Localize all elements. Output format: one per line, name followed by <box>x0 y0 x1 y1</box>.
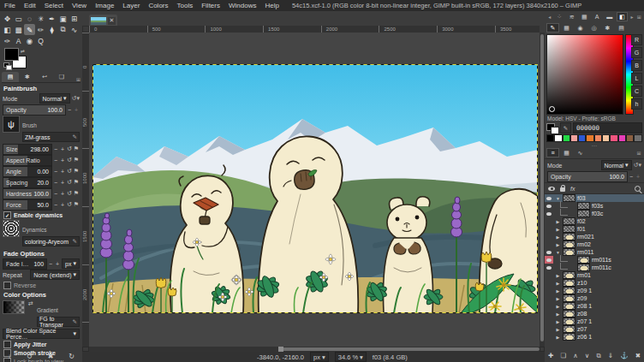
gradient-thumbnail[interactable] <box>3 300 25 314</box>
decrement-button[interactable]: − <box>52 191 59 197</box>
enable-dynamics-checkbox[interactable]: ✓ <box>3 211 11 219</box>
color-swatch[interactable] <box>602 134 610 142</box>
color-swatch[interactable] <box>554 134 562 142</box>
menu-view[interactable]: View <box>68 2 91 9</box>
dynamics-selector[interactable]: Dynamics coloring-Aryeom ✎ <box>3 220 80 246</box>
visibility-column-eye-icon[interactable] <box>548 187 555 191</box>
dock-tab-tool-options[interactable]: ▤ <box>2 72 19 82</box>
decrement-button[interactable]: − <box>52 169 59 175</box>
increment-button[interactable]: + <box>59 202 66 208</box>
zoom-select[interactable]: 34.6 % ▾ <box>335 352 367 362</box>
dock-menu-icon[interactable]: ⊞ <box>635 150 642 156</box>
preset-button-reset-tool-options[interactable]: ↻ <box>69 353 75 360</box>
decrement-button[interactable]: − <box>52 157 59 163</box>
layer-name[interactable]: z08 1 <box>577 303 592 309</box>
tool-option-slider-angle[interactable]: Angle 0.00 <box>3 166 52 177</box>
canvas-viewport[interactable] <box>89 33 540 347</box>
edit-gradient-icon[interactable]: ✎ <box>73 318 77 325</box>
layer-row-f01[interactable]: ▶f01 <box>545 225 644 233</box>
preset-button-restore-tool-preset[interactable]: ↺ <box>27 353 33 360</box>
color-selector-tab-scales[interactable]: ▤ <box>615 23 628 33</box>
channel-button-g[interactable]: G <box>631 47 642 58</box>
canvas-image-wrap[interactable] <box>92 64 538 313</box>
layer-name[interactable]: z10 <box>577 280 587 286</box>
layer-button-anchor-layer[interactable]: ⚓ <box>620 352 628 360</box>
color-swatch[interactable] <box>570 134 578 142</box>
layer-visibility-toggle[interactable] <box>545 194 553 202</box>
reverse-checkbox[interactable] <box>3 282 11 289</box>
layer-row-rm01[interactable]: ▶rm01 <box>545 271 644 279</box>
hsv-square[interactable] <box>546 34 623 115</box>
expander-collapsed-icon[interactable]: ▶ <box>555 327 561 332</box>
color-selector-tab-palette[interactable]: ✱ <box>601 23 614 33</box>
dock-tab-palettes[interactable]: ◧ <box>617 12 629 21</box>
menu-windows[interactable]: Windows <box>224 2 260 9</box>
close-icon[interactable]: ✕ <box>108 17 116 25</box>
bookmark-icon[interactable]: ⚑ <box>73 157 80 163</box>
horizontal-scrollbar-thumb[interactable] <box>278 347 540 351</box>
color-swatch[interactable] <box>626 134 634 142</box>
checkbox[interactable] <box>3 341 11 348</box>
edit-brush-icon[interactable]: ✎ <box>73 134 77 140</box>
tool-ink[interactable]: ✑ <box>2 35 13 46</box>
fade-increment-button[interactable]: + <box>54 261 61 267</box>
fg-bg-color-area[interactable]: ⇄ <box>3 48 38 70</box>
tool-paintbrush[interactable]: ✎ <box>24 24 35 35</box>
foreground-color-swatch[interactable] <box>4 48 19 61</box>
dock-tab-fonts[interactable]: A <box>591 12 603 21</box>
tool-smudge[interactable]: ∿ <box>69 24 80 35</box>
layer-visibility-toggle[interactable] <box>545 302 553 310</box>
tool-airbrush[interactable]: ⧫ <box>46 24 57 35</box>
dock-tab-patterns[interactable]: ▦ <box>579 12 591 21</box>
tool-pencil[interactable]: ✏ <box>35 24 46 35</box>
fade-decrement-button[interactable]: − <box>47 261 54 267</box>
reset-icon[interactable]: ↺ <box>66 145 73 152</box>
expander-collapsed-icon[interactable]: ▶ <box>555 242 561 247</box>
tool-crop[interactable]: ▣ <box>57 13 69 24</box>
mini-fg-bg-swatch[interactable] <box>546 123 558 134</box>
layer-button-new-layer[interactable]: ✚ <box>548 352 553 360</box>
opacity-decrement-button[interactable]: − <box>66 107 73 113</box>
layer-row-f02[interactable]: ▶f02 <box>545 217 644 225</box>
layer-visibility-toggle[interactable] <box>545 264 553 271</box>
tool-transform[interactable]: ⊞ <box>69 13 80 24</box>
expander-collapsed-icon[interactable]: ▶ <box>555 335 561 340</box>
brush-thumbnail[interactable]: ψ <box>3 116 20 133</box>
enable-dynamics-row[interactable]: ✓ Enable dynamics <box>3 211 79 219</box>
lock-column-lock-icon[interactable] <box>560 187 565 192</box>
increment-button[interactable]: + <box>59 191 66 197</box>
dock-tab-undo-history[interactable]: ↩ <box>36 72 53 82</box>
dock-tab-menu-icon[interactable]: ⊞ <box>76 76 80 82</box>
reset-icon[interactable]: ↺ <box>66 190 73 197</box>
expander-collapsed-icon[interactable]: ▶ <box>555 319 561 324</box>
dock-tab-dynamics[interactable]: ≋ <box>566 12 578 21</box>
layer-name[interactable]: z07 <box>577 326 587 332</box>
channel-button-c[interactable]: C <box>631 86 642 97</box>
reset-icon[interactable]: ↺ <box>66 179 73 186</box>
opacity-slider[interactable]: Opacity 100.0 <box>3 104 66 116</box>
layer-row-z07-1[interactable]: ▶z07 1 <box>545 317 644 325</box>
layer-row-z09[interactable]: ▶z09 <box>545 294 644 302</box>
menu-help[interactable]: Help <box>260 2 283 9</box>
channel-button-r[interactable]: R <box>631 34 642 45</box>
color-swatch[interactable] <box>634 134 641 142</box>
color-selector-tab-wheel[interactable]: ◎ <box>587 23 600 33</box>
layer-visibility-toggle[interactable] <box>545 210 553 217</box>
layer-row-f03c[interactable]: f03c <box>545 210 644 217</box>
tool-clone[interactable]: ⧉ <box>57 24 69 35</box>
effects-column-fx-icon[interactable]: fx <box>570 186 575 192</box>
bookmark-icon[interactable]: ⚑ <box>73 201 80 208</box>
dynamics-thumbnail[interactable] <box>3 220 20 237</box>
reverse-row[interactable]: Reverse <box>3 281 79 289</box>
increment-button[interactable]: + <box>59 146 66 152</box>
layer-visibility-toggle[interactable] <box>545 317 553 325</box>
layer-opacity-decrement-button[interactable]: − <box>628 174 635 180</box>
edit-dynamics-icon[interactable]: ✎ <box>73 238 77 245</box>
tool-gradient[interactable]: ▩ <box>13 24 24 35</box>
dynamics-name-field[interactable]: coloring-Aryeom ✎ <box>22 236 80 246</box>
layer-visibility-toggle[interactable] <box>545 202 553 210</box>
increment-button[interactable]: + <box>59 157 66 163</box>
layer-button-delete-layer[interactable]: ✖ <box>635 352 641 360</box>
swap-colors-icon[interactable]: ⇄ <box>21 48 25 54</box>
menu-file[interactable]: File <box>0 2 20 9</box>
